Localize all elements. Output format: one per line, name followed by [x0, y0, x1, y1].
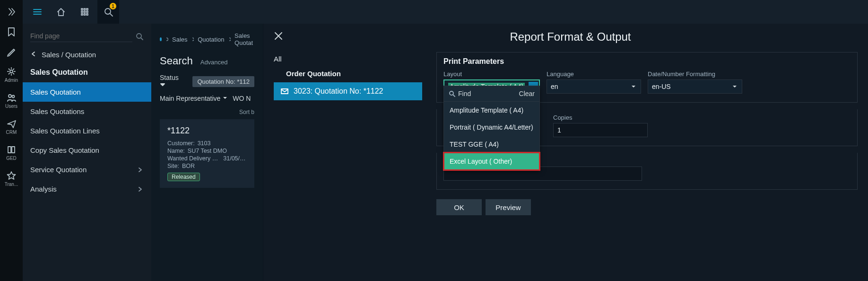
svg-rect-4 [84, 9, 86, 10]
layout-option-0[interactable]: Amplitude Template ( A4) [444, 102, 539, 119]
chevron-right-icon [137, 167, 144, 173]
customer-label: Customer: [167, 140, 195, 147]
wanted-label: Wanted Delivery Date/T... [167, 155, 220, 162]
main-rep-filter[interactable]: Main Representative [160, 95, 228, 102]
double-chevron-right-icon [6, 7, 17, 17]
pencil-icon [6, 46, 17, 57]
status-filter[interactable]: Status [160, 74, 186, 89]
rail-admin[interactable]: Admin [0, 66, 23, 83]
quotation-card[interactable]: *1122 Customer:3103 Name:SU7 Test DMO Wa… [160, 119, 254, 188]
rail-crm[interactable]: CRM [0, 118, 23, 135]
svg-rect-6 [81, 11, 83, 13]
rail-users[interactable]: Users [0, 92, 23, 109]
copies-input[interactable] [553, 123, 648, 137]
breadcrumb-text: Sales / Quotation [42, 51, 96, 59]
apps-button[interactable] [74, 0, 95, 24]
preview-button[interactable]: Preview [486, 199, 531, 215]
search-icon [135, 32, 144, 41]
search-icon [449, 90, 455, 97]
rail-admin-label: Admin [5, 78, 18, 83]
clear-link[interactable]: Clear [519, 90, 535, 97]
search-button[interactable]: 1 [97, 0, 119, 24]
icon-rail: Admin Users CRM GED Tran... [0, 0, 23, 281]
drawer-title: Report Format & Output [283, 30, 858, 44]
close-icon [274, 31, 283, 41]
chevron-right-icon [191, 37, 194, 42]
ok-button[interactable]: OK [436, 199, 482, 215]
layout-label: Layout [443, 70, 540, 78]
datefmt-value: en-US [652, 83, 671, 90]
nav-panel: Sales / Quotation Sales Quotation Sales … [23, 24, 151, 281]
notif-badge: 1 [110, 3, 116, 9]
drawer-item[interactable]: 3023: Quotation No: *1122 [274, 82, 422, 100]
language-select[interactable]: en [547, 79, 641, 94]
close-button[interactable] [274, 31, 283, 43]
datefmt-select[interactable]: en-US [648, 79, 742, 94]
rail-ged[interactable]: GED [0, 144, 23, 161]
advanced-link[interactable]: Advanced [200, 59, 228, 66]
drawer-group: Order Quotation [274, 70, 422, 82]
grid-icon [79, 7, 90, 17]
filter-chip[interactable]: Quotation No: *112 [192, 76, 254, 87]
wo-filter[interactable]: WO N [233, 95, 251, 102]
customer-value: 3103 [198, 140, 211, 147]
print-params-panel: Print Parameters Layout Amplitude Templa… [436, 52, 858, 103]
content: Sales / Quotation Sales Quotation Sales … [23, 24, 868, 281]
sort-label[interactable]: Sort b [160, 102, 254, 119]
nav-list: Sales Quotation Sales Quotations Sales Q… [23, 82, 151, 199]
nav-item-analysis[interactable]: Analysis [23, 179, 151, 199]
drawer-all[interactable]: All [274, 52, 422, 70]
drawer-item-label: 3023: Quotation No: *1122 [294, 87, 383, 96]
layout-option-3[interactable]: Excel Layout ( Other) [444, 153, 539, 170]
report-drawer: Report Format & Output All Order Quotati… [263, 24, 868, 281]
svg-rect-10 [84, 14, 86, 15]
nav-item-sales-quotation[interactable]: Sales Quotation [23, 82, 151, 102]
main-area: 1 Sales / Quotation Sales Quotation Sale… [23, 0, 868, 281]
rail-bookmark[interactable] [0, 26, 23, 37]
svg-rect-3 [81, 9, 83, 10]
language-label: Language [547, 70, 641, 78]
chevron-right-icon [165, 37, 168, 42]
rail-expand[interactable] [0, 7, 23, 17]
card-id: *1122 [167, 126, 247, 136]
home-button[interactable] [50, 0, 72, 24]
nav-item-sales-quotation-lines[interactable]: Sales Quotation Lines [23, 121, 151, 140]
caret-down-icon [222, 95, 228, 101]
status-pill: Released [167, 173, 200, 181]
mail-icon [280, 88, 289, 95]
find-page-input[interactable] [30, 30, 132, 42]
crumb-2[interactable]: Quotation [198, 36, 224, 43]
find-label[interactable]: Find [458, 90, 471, 97]
rail-edit[interactable] [0, 46, 23, 57]
svg-point-0 [10, 70, 13, 73]
svg-point-12 [105, 9, 111, 14]
nav-breadcrumb[interactable]: Sales / Quotation [23, 45, 151, 64]
nav-item-sales-quotations[interactable]: Sales Quotations [23, 102, 151, 121]
rail-tran[interactable]: Tran... [0, 170, 23, 187]
topbar: 1 [23, 0, 868, 24]
drawer-left: All Order Quotation 3023: Quotation No: … [263, 52, 426, 281]
nav-item-service-quotation[interactable]: Service Quotation [23, 160, 151, 179]
name-value: SU7 Test DMO [188, 147, 227, 155]
crumb-3[interactable]: Sales Quotat [234, 32, 254, 46]
crumb-dot [160, 37, 162, 41]
print-params-title: Print Parameters [443, 57, 851, 70]
layout-dropdown: Find Clear Amplitude Template ( A4) Port… [443, 86, 540, 170]
nav-item-copy-sales-quotation[interactable]: Copy Sales Quotation [23, 140, 151, 160]
svg-rect-5 [87, 9, 88, 10]
crumb-1[interactable]: Sales [172, 36, 188, 43]
star-icon [6, 170, 17, 181]
menu-toggle[interactable] [26, 0, 48, 24]
svg-rect-9 [81, 14, 83, 15]
svg-point-2 [12, 96, 15, 98]
dropdown-find-row: Find Clear [444, 86, 539, 102]
layout-option-2[interactable]: TEST GGE ( A4) [444, 136, 539, 153]
caret-down-icon [160, 82, 165, 88]
svg-rect-8 [87, 11, 88, 13]
svg-rect-7 [84, 11, 86, 13]
layout-option-1[interactable]: Portrait ( Dynamic A4/Letter) [444, 119, 539, 136]
search-heading: Search [160, 55, 193, 67]
name-label: Name: [167, 147, 185, 155]
users-icon [6, 92, 17, 103]
rail-crm-label: CRM [6, 130, 17, 135]
